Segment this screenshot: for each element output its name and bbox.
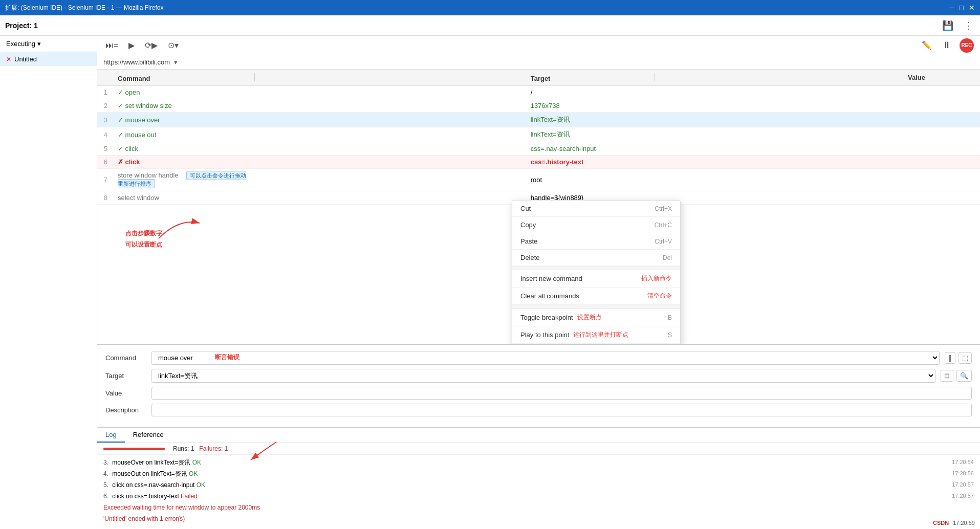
col-value: Value	[903, 70, 980, 86]
main-panel: ⏭= ▶ ⟳▶ ⊙▾ ✏️ ⏸ REC https://www.bilibili…	[97, 36, 980, 529]
url-text: https://www.bilibili.com	[103, 58, 170, 66]
table-row[interactable]: 4 ✓ mouse out linkText=资讯	[97, 127, 980, 142]
timestamp-1: 17:20:54	[952, 458, 974, 467]
row-num-5: 5	[97, 142, 113, 156]
speed-button[interactable]: ⊙▾	[166, 38, 181, 52]
pause-cmd-button[interactable]: ‖	[945, 352, 955, 364]
table-row[interactable]: 1 ✓ open /	[97, 86, 980, 99]
ctx-clear-cmds-cn: 清空命令	[647, 292, 672, 300]
ctx-copy-label: Copy	[520, 221, 536, 229]
ctx-paste[interactable]: Paste Ctrl+V	[512, 233, 680, 250]
timestamp-3: 17:20:57	[952, 480, 974, 489]
target-cell-5: css=.nav-search-input	[526, 142, 903, 156]
description-input[interactable]	[151, 404, 972, 416]
table-row[interactable]: 2 ✓ set window size 1376x738	[97, 99, 980, 113]
ctx-paste-shortcut: Ctrl+V	[655, 238, 672, 245]
target-cell-7: root	[526, 169, 903, 191]
value-cell-8	[903, 191, 980, 204]
csdn-logo: CSDN	[933, 520, 949, 526]
value-row: Value	[105, 387, 972, 400]
draw-button[interactable]: ✏️	[920, 38, 934, 52]
maximize-button[interactable]: □	[960, 4, 964, 12]
ctx-insert-cmd[interactable]: Insert new command 插入新命令	[512, 270, 680, 288]
ctx-copy[interactable]: Copy Ctrl+C	[512, 217, 680, 233]
sidebar: Executing ▾ ✕ Untitled	[0, 36, 97, 529]
value-cell-1	[903, 86, 980, 99]
ctx-delete[interactable]: Delete Del	[512, 250, 680, 266]
log-tabs: Log Reference	[97, 428, 980, 443]
col-target: Target	[526, 70, 903, 86]
target-select-button[interactable]: ⊡	[941, 370, 953, 382]
menu-button[interactable]: ⋮	[962, 18, 975, 33]
ctx-cut[interactable]: Cut Ctrl+X	[512, 201, 680, 217]
target-cell-6: css=.history-text	[526, 156, 903, 169]
content-area: Executing ▾ ✕ Untitled ⏭= ▶ ⟳▶ ⊙▾ ✏️ ⏸ R…	[0, 36, 980, 529]
run-button[interactable]: ▶	[126, 38, 137, 52]
table-row[interactable]: 5 ✓ click css=.nav-search-input	[97, 142, 980, 156]
log-content: 3. mouseOver on linkText=资讯 OK 17:20:54 …	[97, 455, 980, 529]
command-label: Command	[105, 354, 146, 362]
log-line-3: 3. mouseOver on linkText=资讯 OK 17:20:54	[103, 458, 974, 467]
col-command: Command	[113, 70, 526, 86]
save-button[interactable]: 💾	[940, 18, 955, 33]
target-cell-3: linkText=资讯	[526, 113, 903, 127]
ctx-toggle-bp-shortcut: B	[668, 314, 672, 321]
test-name-label: Untitled	[14, 55, 37, 63]
col-num	[97, 70, 113, 86]
cmd-cell-7: store window handle 可以点击命令进行拖动重新进行排序	[113, 169, 526, 191]
value-cell-7	[903, 169, 980, 191]
bottom-time: 17:20:59	[953, 520, 975, 526]
executing-dropdown[interactable]: Executing ▾	[6, 40, 41, 48]
cmd-cell-5: ✓ click	[113, 142, 526, 156]
value-input[interactable]	[151, 387, 972, 400]
table-row[interactable]: 6 ✗ click css=.history-text	[97, 156, 980, 169]
description-label: Description	[105, 406, 146, 414]
minimize-button[interactable]: ─	[949, 4, 954, 12]
ctx-play-to-point-shortcut: S	[668, 332, 672, 339]
chevron-down-icon: ▾	[37, 40, 41, 48]
tab-reference[interactable]: Reference	[125, 428, 172, 443]
run-all-button[interactable]: ⏭=	[103, 39, 120, 52]
rec-button[interactable]: REC	[960, 38, 974, 53]
app-container: Project: 1 💾 ⋮ Executing ▾ ✕ Untitled	[0, 15, 980, 529]
project-label: Project: 1	[5, 21, 38, 30]
open-cmd-button[interactable]: ⬚	[959, 352, 972, 364]
row-num-2: 2	[97, 99, 113, 113]
top-toolbar: Project: 1 💾 ⋮	[0, 15, 980, 36]
ctx-clear-cmds[interactable]: Clear all commands 清空命令	[512, 288, 680, 305]
pause-button[interactable]: ⏸	[940, 38, 953, 53]
target-label: Target	[105, 372, 146, 380]
ctx-toggle-bp-cn: 设置断点	[577, 313, 602, 322]
command-select[interactable]: mouse over	[151, 351, 940, 365]
cmd-cell-8: select window	[113, 191, 526, 204]
cmd-cell-1: ✓ open	[113, 86, 526, 99]
target-search-button[interactable]: 🔍	[956, 370, 972, 382]
sidebar-item-untitled[interactable]: ✕ Untitled	[0, 52, 97, 66]
ctx-play-to-point[interactable]: Play to this point 运行到这里并打断点 S	[512, 326, 680, 344]
value-cell-6	[903, 156, 980, 169]
ctx-delete-label: Delete	[520, 254, 540, 261]
log-line-4: 4. mouseOut on linkText=资讯 OK 17:20:56	[103, 469, 974, 478]
url-dropdown-icon[interactable]: ▾	[174, 58, 178, 66]
timestamp-4: 17:20:57	[952, 492, 974, 500]
ctx-clear-cmds-label: Clear all commands	[520, 292, 579, 300]
table-row[interactable]: 7 store window handle 可以点击命令进行拖动重新进行排序 r…	[97, 169, 980, 191]
description-row: Description	[105, 404, 972, 416]
target-cell-1: /	[526, 86, 903, 99]
progress-bar	[103, 448, 165, 450]
row-num-8: 8	[97, 191, 113, 204]
ctx-cut-label: Cut	[520, 205, 531, 212]
failures-label: Failures: 1	[199, 445, 228, 452]
log-line-5: 5. click on css=.nav-search-input OK 17:…	[103, 480, 974, 490]
close-button[interactable]: ✕	[969, 4, 975, 12]
runs-info: Runs: 1 Failures: 1	[173, 445, 228, 452]
ctx-paste-label: Paste	[520, 237, 537, 245]
target-cell-2: 1376x738	[526, 99, 903, 113]
row-num-7: 7	[97, 169, 113, 191]
run-current-button[interactable]: ⟳▶	[143, 38, 160, 52]
target-select[interactable]: linkText=资讯	[151, 369, 935, 383]
table-row[interactable]: 3 ✓ mouse over linkText=资讯	[97, 113, 980, 127]
value-cell-4	[903, 127, 980, 142]
ctx-toggle-breakpoint[interactable]: Toggle breakpoint 设置断点 B	[512, 309, 680, 326]
tab-log[interactable]: Log	[97, 428, 125, 443]
